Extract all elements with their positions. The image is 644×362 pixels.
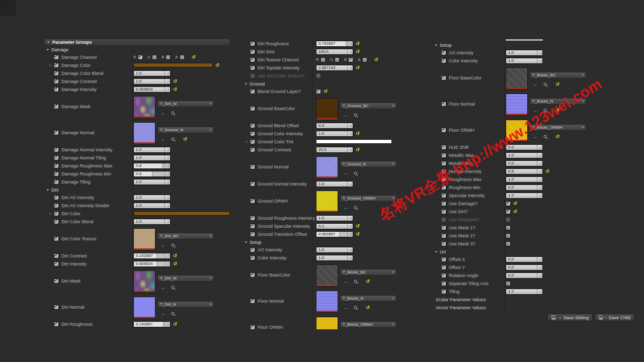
- save-child-button[interactable]: ↓ Save Child: [595, 314, 634, 321]
- texture-thumbnail[interactable]: [316, 264, 338, 287]
- texture-select[interactable]: T_Bricks_ORMH▼: [530, 124, 586, 131]
- reset-to-default-icon[interactable]: ↺: [356, 65, 360, 70]
- param-enable-checkbox[interactable]: [54, 79, 59, 84]
- param-enable-checkbox[interactable]: [441, 58, 446, 63]
- param-enable-checkbox[interactable]: [54, 147, 59, 152]
- number-input[interactable]: 1.0↔: [506, 50, 543, 56]
- use-selected-asset-icon[interactable]: ←: [533, 82, 538, 87]
- param-enable-checkbox[interactable]: [54, 163, 59, 168]
- collapse-triangle-icon[interactable]: ▼: [435, 250, 438, 253]
- use-selected-asset-icon[interactable]: ←: [161, 243, 166, 248]
- number-input[interactable]: 0.0↔: [506, 256, 543, 262]
- param-enable-checkbox[interactable]: [441, 265, 446, 270]
- use-selected-asset-icon[interactable]: ←: [161, 311, 166, 316]
- param-enable-checkbox[interactable]: [441, 225, 446, 230]
- channel-checkbox-g[interactable]: [152, 55, 157, 60]
- param-enable-checkbox[interactable]: [54, 171, 59, 176]
- param-enable-checkbox[interactable]: [441, 273, 446, 278]
- number-input[interactable]: 1.0↔: [133, 179, 171, 185]
- param-enable-checkbox[interactable]: [250, 232, 255, 237]
- value-checkbox[interactable]: [316, 89, 321, 94]
- param-enable-checkbox[interactable]: [250, 199, 255, 204]
- reset-to-default-icon[interactable]: ↺: [173, 87, 177, 92]
- section-row[interactable]: Scalar Parameter Values: [434, 296, 588, 304]
- param-enable-checkbox[interactable]: [250, 216, 255, 221]
- drag-handle-icon[interactable]: ↔: [165, 155, 170, 160]
- drag-handle-icon[interactable]: ↔: [165, 219, 170, 224]
- drag-handle-icon[interactable]: ↔: [347, 41, 353, 46]
- browse-to-asset-icon[interactable]: [171, 109, 176, 118]
- texture-thumbnail[interactable]: [316, 156, 338, 178]
- number-input[interactable]: 1.0↔: [133, 70, 171, 76]
- browse-to-asset-icon[interactable]: [354, 203, 358, 212]
- number-input[interactable]: 1.0↔: [316, 131, 353, 137]
- param-enable-checkbox[interactable]: [54, 219, 59, 224]
- value-checkbox[interactable]: [506, 233, 511, 238]
- reset-to-default-icon[interactable]: ↺: [356, 49, 360, 54]
- drag-handle-icon[interactable]: ↔: [347, 216, 353, 221]
- drag-handle-icon[interactable]: ↔: [537, 177, 542, 182]
- texture-select[interactable]: T_Dirt_N▼: [157, 301, 214, 308]
- number-input[interactable]: 1.0↔: [316, 247, 353, 253]
- drag-handle-icon[interactable]: ↔: [347, 182, 353, 187]
- texture-select[interactable]: T_Bricks_BC▼: [530, 72, 586, 78]
- param-enable-checkbox[interactable]: [54, 322, 59, 327]
- value-checkbox[interactable]: [506, 209, 511, 214]
- channel-checkbox-g[interactable]: [335, 57, 340, 62]
- collapse-triangle-icon[interactable]: ▼: [47, 41, 50, 44]
- param-enable-checkbox[interactable]: [441, 145, 446, 150]
- param-enable-checkbox[interactable]: [441, 209, 446, 214]
- number-input[interactable]: 0.1↔: [316, 223, 353, 229]
- use-selected-asset-icon[interactable]: ←: [344, 113, 349, 118]
- number-input[interactable]: 0.0↔: [506, 185, 543, 191]
- channel-checkbox-a[interactable]: [180, 55, 185, 60]
- param-enable-checkbox[interactable]: [54, 130, 59, 135]
- param-enable-checkbox[interactable]: [441, 50, 446, 55]
- param-enable-checkbox[interactable]: [441, 289, 446, 294]
- reset-to-default-icon[interactable]: ↺: [513, 209, 517, 214]
- drag-handle-icon[interactable]: ↔: [347, 123, 353, 128]
- texture-thumbnail[interactable]: [133, 297, 155, 319]
- param-enable-checkbox[interactable]: [54, 55, 59, 60]
- param-enable-checkbox[interactable]: [250, 123, 255, 128]
- collapse-triangle-icon[interactable]: ▼: [245, 82, 248, 85]
- value-checkbox[interactable]: [506, 201, 511, 206]
- group-row-ground[interactable]: ▼Ground: [244, 80, 397, 87]
- number-input[interactable]: 0.592857↔: [316, 231, 353, 237]
- collapse-triangle-icon[interactable]: ▼: [46, 48, 49, 51]
- number-input[interactable]: 0.409524↔: [133, 86, 171, 93]
- clipped-number-input[interactable]: [506, 39, 543, 41]
- drag-handle-icon[interactable]: ↔: [165, 147, 170, 152]
- drag-handle-icon[interactable]: ↔: [165, 87, 170, 92]
- number-input[interactable]: 0.742857↔: [316, 41, 353, 47]
- number-input[interactable]: 1.0↔: [133, 147, 171, 153]
- number-input[interactable]: 0.742857↔: [133, 321, 171, 327]
- param-enable-checkbox[interactable]: [250, 164, 255, 169]
- color-swatch-bar[interactable]: [133, 211, 230, 216]
- use-selected-asset-icon[interactable]: ←: [344, 305, 349, 310]
- param-enable-checkbox[interactable]: [250, 49, 255, 54]
- drag-handle-icon[interactable]: ↔: [537, 193, 542, 198]
- drag-handle-icon[interactable]: ↔: [165, 261, 170, 266]
- texture-select[interactable]: T_Ground_N▼: [340, 161, 396, 167]
- drag-handle-icon[interactable]: ↔: [537, 58, 542, 63]
- reset-to-default-icon[interactable]: ↺: [173, 322, 177, 327]
- channel-checkbox-r[interactable]: [320, 57, 326, 62]
- texture-select[interactable]: T_Ground_N▼: [157, 127, 214, 133]
- param-enable-checkbox[interactable]: [250, 73, 255, 78]
- number-input[interactable]: 0.0↔: [506, 160, 543, 166]
- param-enable-checkbox[interactable]: [441, 75, 446, 80]
- number-input[interactable]: 1.0↔: [133, 203, 171, 209]
- expand-arrow-icon[interactable]: ▷: [246, 140, 250, 143]
- number-input[interactable]: 20.0↔: [316, 147, 353, 153]
- browse-to-asset-icon[interactable]: [543, 80, 548, 89]
- param-enable-checkbox[interactable]: [54, 155, 59, 160]
- browse-to-asset-icon[interactable]: [354, 329, 358, 330]
- drag-handle-icon[interactable]: ↔: [537, 273, 542, 278]
- texture-thumbnail[interactable]: [506, 67, 528, 89]
- param-enable-checkbox[interactable]: [441, 102, 446, 107]
- texture-select[interactable]: T_Dirt_M▼: [157, 101, 214, 107]
- channel-checkbox-b[interactable]: [166, 55, 171, 60]
- reset-to-default-icon[interactable]: ↺: [555, 108, 559, 113]
- drag-handle-icon[interactable]: ↔: [165, 79, 170, 84]
